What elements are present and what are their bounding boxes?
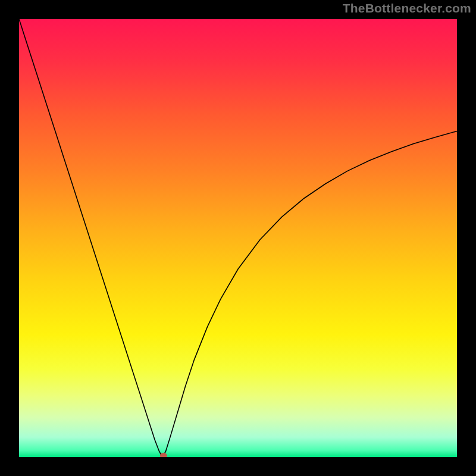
chart-frame: TheBottlenecker.com xyxy=(0,0,476,476)
watermark-text: TheBottlenecker.com xyxy=(343,1,471,15)
bottleneck-chart xyxy=(19,19,457,457)
gradient-background xyxy=(19,19,457,457)
plot-area xyxy=(19,19,457,457)
